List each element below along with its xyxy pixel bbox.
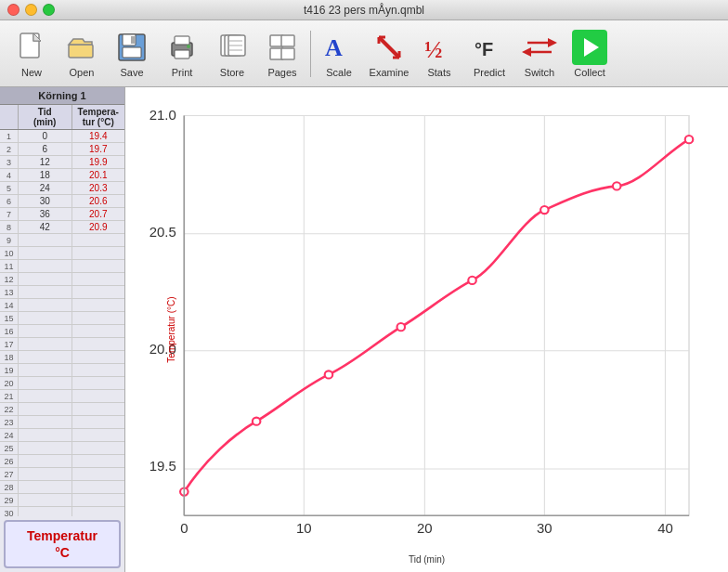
table-row[interactable]: 2 6 19.7 [0, 143, 124, 156]
svg-point-53 [397, 323, 406, 331]
th-temp: Tempera-tur (°C) [72, 105, 125, 129]
store-label: Store [220, 67, 244, 78]
row-tid-empty [19, 325, 72, 337]
svg-rect-8 [175, 36, 189, 45]
row-number: 9 [0, 234, 19, 246]
th-row-num [0, 105, 19, 129]
table-row[interactable]: 3 12 19.9 [0, 156, 124, 169]
table-row-empty[interactable]: 11 [0, 260, 124, 273]
table-row-empty[interactable]: 18 [0, 351, 124, 364]
row-number: 27 [0, 468, 19, 480]
row-tid-empty [19, 416, 72, 428]
svg-point-51 [253, 418, 261, 425]
row-tid-empty [19, 338, 72, 350]
table-row-empty[interactable]: 26 [0, 455, 124, 468]
table-row-empty[interactable]: 30 [0, 507, 124, 516]
table-row-empty[interactable]: 12 [0, 273, 124, 286]
stats-button[interactable]: ½ Stats [415, 24, 463, 84]
row-number: 26 [0, 455, 19, 467]
table-row-empty[interactable]: 13 [0, 286, 124, 299]
row-tid-empty [19, 260, 72, 272]
row-number: 4 [0, 169, 19, 181]
table-row[interactable]: 1 0 19.4 [0, 130, 124, 143]
row-number: 8 [0, 221, 19, 233]
svg-text:°F: °F [474, 39, 493, 59]
row-tid: 12 [19, 156, 72, 168]
predict-label: Predict [474, 67, 505, 78]
table-row-empty[interactable]: 28 [0, 481, 124, 494]
table-row-empty[interactable]: 16 [0, 325, 124, 338]
table-row-empty[interactable]: 22 [0, 403, 124, 416]
table-row[interactable]: 4 18 20.1 [0, 169, 124, 182]
row-tid: 42 [19, 221, 72, 233]
switch-button[interactable]: Switch [515, 24, 564, 84]
predict-button[interactable]: °F Predict [465, 24, 514, 84]
scale-button[interactable]: A Scale [315, 24, 363, 84]
svg-text:21.0: 21.0 [150, 108, 176, 123]
row-temp-empty [72, 416, 125, 428]
row-tid: 30 [19, 195, 72, 207]
row-tid: 18 [19, 169, 72, 181]
table-row-empty[interactable]: 19 [0, 364, 124, 377]
table-row-empty[interactable]: 21 [0, 390, 124, 403]
svg-point-54 [468, 277, 476, 284]
table-row-empty[interactable]: 20 [0, 377, 124, 390]
predict-icon: °F [472, 30, 507, 65]
pages-button[interactable]: Pages [258, 24, 306, 84]
row-number: 3 [0, 156, 19, 168]
table-row-empty[interactable]: 10 [0, 247, 124, 260]
close-button[interactable] [7, 4, 20, 16]
save-button[interactable]: Save [108, 24, 156, 84]
print-button[interactable]: Print [158, 24, 206, 84]
row-temp-empty [72, 273, 125, 285]
collect-label: Collect [574, 67, 605, 78]
collect-button[interactable]: Collect [566, 24, 614, 84]
row-temp-empty [72, 351, 125, 363]
svg-text:40: 40 [657, 521, 673, 536]
table-row[interactable]: 7 36 20.7 [0, 208, 124, 221]
minimize-button[interactable] [25, 4, 37, 16]
chart-area: Temperatur (°C) [125, 87, 728, 572]
table-row-empty[interactable]: 9 [0, 234, 124, 247]
title-bar: t416 23 pers mÅyn.qmbl [0, 0, 728, 20]
table-row[interactable]: 8 42 20.9 [0, 221, 124, 234]
table-row-empty[interactable]: 14 [0, 299, 124, 312]
examine-label: Examine [370, 67, 410, 78]
row-temp-empty [72, 468, 125, 480]
row-tid-empty [19, 468, 72, 480]
table-row-empty[interactable]: 17 [0, 338, 124, 351]
toolbar: New Open Save [0, 20, 728, 87]
row-temp-empty [72, 325, 125, 337]
row-temp: 19.7 [72, 143, 125, 155]
row-number: 19 [0, 364, 19, 376]
row-tid-empty [19, 481, 72, 493]
row-tid-empty [19, 455, 72, 467]
maximize-button[interactable] [43, 4, 55, 16]
examine-button[interactable]: Examine [365, 24, 413, 84]
row-number: 25 [0, 442, 19, 454]
row-temp-empty [72, 507, 125, 516]
table-row-empty[interactable]: 24 [0, 429, 124, 442]
table-row[interactable]: 6 30 20.6 [0, 195, 124, 208]
table-row-empty[interactable]: 25 [0, 442, 124, 455]
row-number: 12 [0, 273, 19, 285]
save-icon [114, 30, 150, 65]
row-number: 28 [0, 481, 19, 493]
table-row-empty[interactable]: 27 [0, 468, 124, 481]
row-tid-empty [19, 429, 72, 441]
table-row-empty[interactable]: 23 [0, 416, 124, 429]
svg-rect-5 [123, 47, 141, 58]
new-button[interactable]: New [7, 24, 56, 84]
row-number: 18 [0, 351, 19, 363]
store-button[interactable]: Store [208, 24, 256, 84]
open-button[interactable]: Open [58, 24, 106, 84]
chart-y-label: Temperatur (°C) [166, 296, 176, 362]
store-icon [214, 30, 250, 65]
switch-label: Switch [525, 67, 554, 78]
table-header: Tid(min) Tempera-tur (°C) [0, 105, 124, 130]
table-row-empty[interactable]: 15 [0, 312, 124, 325]
table-row-empty[interactable]: 29 [0, 494, 124, 507]
row-temp: 20.3 [72, 182, 125, 194]
table-row[interactable]: 5 24 20.3 [0, 182, 124, 195]
row-temp-empty [72, 390, 125, 402]
